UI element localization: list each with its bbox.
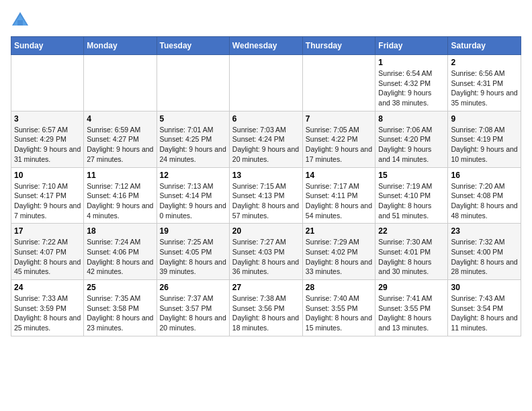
- day-info: Sunrise: 7:20 AM Sunset: 4:08 PM Dayligh…: [451, 181, 518, 221]
- day-info: Sunrise: 7:12 AM Sunset: 4:16 PM Dayligh…: [87, 181, 153, 221]
- calendar-cell: 19Sunrise: 7:25 AM Sunset: 4:05 PM Dayli…: [157, 224, 229, 280]
- calendar-cell: 13Sunrise: 7:15 AM Sunset: 4:13 PM Dayli…: [229, 167, 302, 224]
- weekday-header-saturday: Saturday: [448, 37, 521, 55]
- calendar-cell: 27Sunrise: 7:38 AM Sunset: 3:56 PM Dayli…: [229, 280, 302, 336]
- day-number: 19: [160, 226, 226, 236]
- week-row-5: 24Sunrise: 7:33 AM Sunset: 3:59 PM Dayli…: [11, 280, 521, 336]
- header-section: [11, 11, 521, 30]
- day-info: Sunrise: 7:22 AM Sunset: 4:07 PM Dayligh…: [14, 237, 81, 277]
- day-number: 16: [451, 171, 518, 180]
- day-number: 21: [306, 226, 373, 236]
- day-number: 15: [378, 171, 445, 180]
- day-number: 8: [378, 114, 445, 124]
- calendar-cell: [84, 55, 157, 111]
- calendar-cell: [11, 55, 84, 111]
- calendar-cell: 17Sunrise: 7:22 AM Sunset: 4:07 PM Dayli…: [11, 224, 84, 280]
- day-number: 1: [378, 58, 445, 67]
- day-number: 25: [87, 283, 153, 292]
- day-number: 30: [451, 283, 518, 292]
- calendar-cell: 7Sunrise: 7:05 AM Sunset: 4:22 PM Daylig…: [302, 111, 375, 167]
- calendar-cell: 21Sunrise: 7:29 AM Sunset: 4:02 PM Dayli…: [302, 224, 375, 280]
- day-number: 11: [87, 171, 153, 180]
- day-number: 5: [160, 114, 226, 124]
- day-info: Sunrise: 7:43 AM Sunset: 3:54 PM Dayligh…: [451, 293, 518, 333]
- calendar-table: SundayMondayTuesdayWednesdayThursdayFrid…: [11, 36, 521, 336]
- calendar-cell: 15Sunrise: 7:19 AM Sunset: 4:10 PM Dayli…: [375, 167, 448, 224]
- day-info: Sunrise: 7:24 AM Sunset: 4:06 PM Dayligh…: [87, 237, 153, 277]
- calendar-cell: 2Sunrise: 6:56 AM Sunset: 4:31 PM Daylig…: [448, 55, 521, 111]
- calendar-cell: 28Sunrise: 7:40 AM Sunset: 3:55 PM Dayli…: [302, 280, 375, 336]
- calendar-cell: 10Sunrise: 7:10 AM Sunset: 4:17 PM Dayli…: [11, 167, 84, 224]
- svg-rect-2: [17, 20, 23, 26]
- day-number: 29: [378, 283, 445, 292]
- day-info: Sunrise: 6:59 AM Sunset: 4:27 PM Dayligh…: [87, 125, 153, 165]
- week-row-4: 17Sunrise: 7:22 AM Sunset: 4:07 PM Dayli…: [11, 224, 521, 280]
- calendar-cell: 8Sunrise: 7:06 AM Sunset: 4:20 PM Daylig…: [375, 111, 448, 167]
- day-number: 27: [232, 283, 300, 292]
- calendar-cell: 26Sunrise: 7:37 AM Sunset: 3:57 PM Dayli…: [157, 280, 229, 336]
- day-number: 9: [451, 114, 518, 124]
- day-info: Sunrise: 7:33 AM Sunset: 3:59 PM Dayligh…: [14, 293, 81, 333]
- day-info: Sunrise: 7:17 AM Sunset: 4:11 PM Dayligh…: [306, 181, 373, 221]
- day-number: 3: [14, 114, 81, 124]
- weekday-header-friday: Friday: [375, 37, 448, 55]
- calendar-cell: 23Sunrise: 7:32 AM Sunset: 4:00 PM Dayli…: [448, 224, 521, 280]
- weekday-header-wednesday: Wednesday: [229, 37, 302, 55]
- day-number: 14: [306, 171, 373, 180]
- day-info: Sunrise: 7:27 AM Sunset: 4:03 PM Dayligh…: [232, 237, 300, 277]
- day-info: Sunrise: 7:06 AM Sunset: 4:20 PM Dayligh…: [378, 125, 445, 165]
- day-number: 23: [451, 226, 518, 236]
- day-info: Sunrise: 7:37 AM Sunset: 3:57 PM Dayligh…: [160, 293, 226, 333]
- calendar-cell: 14Sunrise: 7:17 AM Sunset: 4:11 PM Dayli…: [302, 167, 375, 224]
- day-number: 24: [14, 283, 81, 292]
- day-info: Sunrise: 7:30 AM Sunset: 4:01 PM Dayligh…: [378, 237, 445, 277]
- weekday-header-row: SundayMondayTuesdayWednesdayThursdayFrid…: [11, 37, 521, 55]
- calendar-cell: 4Sunrise: 6:59 AM Sunset: 4:27 PM Daylig…: [84, 111, 157, 167]
- week-row-1: 1Sunrise: 6:54 AM Sunset: 4:32 PM Daylig…: [11, 55, 521, 111]
- weekday-header-thursday: Thursday: [302, 37, 375, 55]
- logo-icon: [11, 11, 30, 30]
- day-info: Sunrise: 7:13 AM Sunset: 4:14 PM Dayligh…: [160, 181, 226, 221]
- calendar-cell: 29Sunrise: 7:41 AM Sunset: 3:55 PM Dayli…: [375, 280, 448, 336]
- day-number: 20: [232, 226, 300, 236]
- calendar-cell: [157, 55, 229, 111]
- calendar-cell: 1Sunrise: 6:54 AM Sunset: 4:32 PM Daylig…: [375, 55, 448, 111]
- calendar-cell: 16Sunrise: 7:20 AM Sunset: 4:08 PM Dayli…: [448, 167, 521, 224]
- day-number: 6: [232, 114, 300, 124]
- weekday-header-sunday: Sunday: [11, 37, 84, 55]
- day-number: 4: [87, 114, 153, 124]
- week-row-2: 3Sunrise: 6:57 AM Sunset: 4:29 PM Daylig…: [11, 111, 521, 167]
- day-number: 22: [378, 226, 445, 236]
- day-info: Sunrise: 7:10 AM Sunset: 4:17 PM Dayligh…: [14, 181, 81, 221]
- day-info: Sunrise: 7:40 AM Sunset: 3:55 PM Dayligh…: [306, 293, 373, 333]
- day-number: 26: [160, 283, 226, 292]
- calendar-cell: [302, 55, 375, 111]
- calendar-cell: 18Sunrise: 7:24 AM Sunset: 4:06 PM Dayli…: [84, 224, 157, 280]
- calendar-cell: 25Sunrise: 7:35 AM Sunset: 3:58 PM Dayli…: [84, 280, 157, 336]
- day-info: Sunrise: 7:29 AM Sunset: 4:02 PM Dayligh…: [306, 237, 373, 277]
- calendar-cell: [229, 55, 302, 111]
- day-number: 2: [451, 58, 518, 67]
- weekday-header-monday: Monday: [84, 37, 157, 55]
- calendar-cell: 30Sunrise: 7:43 AM Sunset: 3:54 PM Dayli…: [448, 280, 521, 336]
- day-info: Sunrise: 7:03 AM Sunset: 4:24 PM Dayligh…: [232, 125, 300, 165]
- day-info: Sunrise: 6:54 AM Sunset: 4:32 PM Dayligh…: [378, 68, 445, 108]
- day-number: 12: [160, 171, 226, 180]
- day-info: Sunrise: 7:05 AM Sunset: 4:22 PM Dayligh…: [306, 125, 373, 165]
- day-info: Sunrise: 6:57 AM Sunset: 4:29 PM Dayligh…: [14, 125, 81, 165]
- day-info: Sunrise: 7:08 AM Sunset: 4:19 PM Dayligh…: [451, 125, 518, 165]
- calendar-cell: 11Sunrise: 7:12 AM Sunset: 4:16 PM Dayli…: [84, 167, 157, 224]
- calendar-cell: 5Sunrise: 7:01 AM Sunset: 4:25 PM Daylig…: [157, 111, 229, 167]
- calendar-cell: 22Sunrise: 7:30 AM Sunset: 4:01 PM Dayli…: [375, 224, 448, 280]
- day-info: Sunrise: 7:25 AM Sunset: 4:05 PM Dayligh…: [160, 237, 226, 277]
- calendar-cell: 3Sunrise: 6:57 AM Sunset: 4:29 PM Daylig…: [11, 111, 84, 167]
- calendar-cell: 24Sunrise: 7:33 AM Sunset: 3:59 PM Dayli…: [11, 280, 84, 336]
- weekday-header-tuesday: Tuesday: [157, 37, 229, 55]
- day-info: Sunrise: 7:32 AM Sunset: 4:00 PM Dayligh…: [451, 237, 518, 277]
- calendar-cell: 9Sunrise: 7:08 AM Sunset: 4:19 PM Daylig…: [448, 111, 521, 167]
- day-number: 10: [14, 171, 81, 180]
- day-number: 28: [306, 283, 373, 292]
- day-number: 13: [232, 171, 300, 180]
- logo: [11, 11, 32, 30]
- day-number: 7: [306, 114, 373, 124]
